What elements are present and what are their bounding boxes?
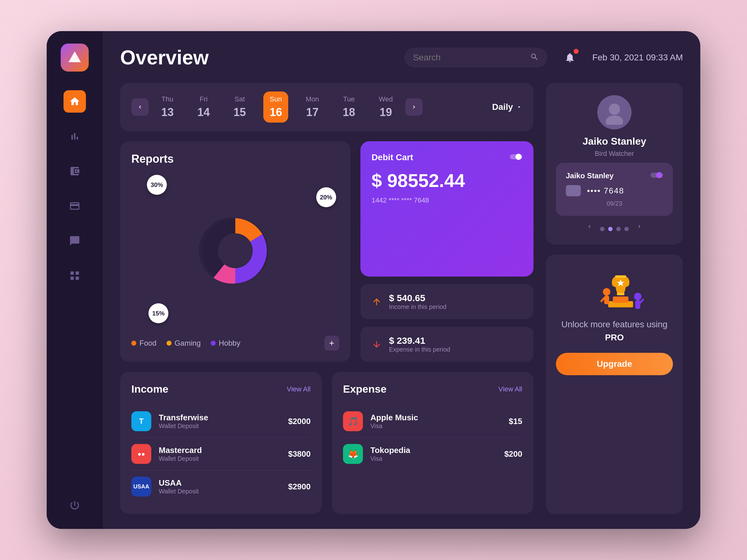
svg-point-5	[515, 154, 522, 160]
pct-label-15: 15%	[149, 303, 169, 323]
upgrade-text: Unlock more features using PRO	[556, 318, 673, 344]
page-title: Overview	[120, 46, 209, 69]
svg-rect-16	[604, 296, 609, 304]
profile-role: Bird Watcher	[595, 150, 634, 158]
cal-day-sun[interactable]: Sun 16	[263, 91, 288, 123]
upgrade-pro-label: PRO	[605, 332, 624, 342]
sidebar-item-chart[interactable]	[63, 125, 86, 148]
header-datetime: Feb 30, 2021 09:33 AM	[592, 53, 683, 62]
usaa-amount: $2900	[288, 482, 311, 491]
transferwise-amount: $2000	[288, 417, 311, 426]
header-right: Feb 30, 2021 09:33 AM	[404, 48, 683, 68]
cal-day-fri[interactable]: Fri 14	[191, 91, 216, 123]
legend-hobby: Hobby	[211, 339, 240, 348]
upgrade-button[interactable]: Upgrade	[556, 353, 673, 375]
calendar-strip: Thu 13 Fri 14 Sat 15	[120, 83, 534, 131]
debit-card-header: Debit Cart	[371, 153, 522, 162]
home-icon	[69, 96, 80, 107]
cal-day-name-sat: Sat	[235, 95, 245, 103]
income-item-usaa: USAA USAA Wallet Deposit $2900	[131, 471, 311, 503]
cal-day-mon[interactable]: Mon 17	[300, 91, 325, 123]
notification-badge	[574, 49, 578, 54]
apple-music-name: Apple Music	[370, 413, 501, 423]
income-amount: $ 540.65	[389, 293, 523, 303]
tokopedia-icon: 🦊	[343, 444, 363, 464]
search-box[interactable]	[404, 48, 547, 68]
calendar-prev-button[interactable]	[131, 98, 149, 116]
expense-stat-info: $ 239.41 Expense in this period	[389, 336, 523, 353]
income-label: Income in this period	[389, 303, 523, 311]
app-logo[interactable]	[61, 44, 89, 72]
svg-rect-12	[615, 275, 626, 278]
income-view-all[interactable]: View All	[287, 385, 311, 393]
apple-music-info: Apple Music Visa	[370, 413, 501, 430]
sidebar-item-home[interactable]	[63, 90, 86, 113]
calendar-days: Thu 13 Fri 14 Sat 15	[155, 91, 399, 123]
legend-food: Food	[131, 339, 157, 348]
header: Overview Feb 30, 2021 09:33 AM	[120, 46, 683, 69]
legend-dot-gaming	[166, 341, 172, 346]
svg-point-18	[634, 293, 642, 300]
expense-view-all[interactable]: View All	[498, 385, 522, 393]
expense-header: Expense View All	[343, 383, 522, 395]
body-layout: Thu 13 Fri 14 Sat 15	[120, 83, 683, 514]
cal-day-tue[interactable]: Tue 18	[336, 91, 361, 123]
notification-button[interactable]	[560, 48, 580, 68]
debit-toggle[interactable]	[510, 153, 522, 162]
svg-line-20	[640, 300, 643, 303]
cal-day-sat[interactable]: Sat 15	[227, 91, 252, 123]
tokopedia-info: Tokopedia Visa	[370, 446, 497, 462]
power-button[interactable]	[63, 494, 86, 516]
pct-label-30: 30%	[147, 175, 167, 195]
cal-day-name-fri: Fri	[200, 95, 208, 103]
profile-name: Jaiko Stanley	[583, 136, 646, 147]
legend-dot-food	[131, 341, 136, 346]
calendar-next-button[interactable]	[405, 98, 423, 116]
income-title: Income	[131, 383, 169, 395]
sidebar-item-chat[interactable]	[63, 230, 86, 252]
search-input[interactable]	[413, 53, 525, 62]
legend-label-food: Food	[139, 339, 157, 348]
expense-label: Expense in this period	[389, 346, 523, 353]
card-next-button[interactable]	[634, 221, 645, 232]
cal-day-name-thu: Thu	[161, 95, 173, 103]
cal-day-num-thu: 13	[161, 106, 174, 119]
transferwise-info: Transferwise Wallet Deposit	[159, 413, 281, 430]
legend-add-button[interactable]: +	[324, 336, 339, 351]
usaa-name: USAA	[159, 478, 281, 488]
cal-day-thu[interactable]: Thu 13	[155, 91, 180, 123]
daily-filter-dropdown[interactable]: Daily	[492, 102, 522, 112]
mastercard-icon: ●●	[131, 444, 151, 464]
sidebar-item-grid[interactable]	[63, 264, 86, 287]
cal-day-num-wed: 19	[380, 106, 392, 119]
reports-title: Reports	[131, 153, 339, 165]
profile-card: Jaiko Stanley Bird Watcher Jaiko Stanley	[546, 83, 683, 244]
cal-day-num-mon: 17	[306, 106, 319, 119]
apple-music-icon: 🎵	[343, 411, 363, 431]
left-panel: Thu 13 Fri 14 Sat 15	[120, 83, 534, 514]
trophy-svg	[590, 267, 652, 317]
usaa-icon: USAA	[131, 477, 151, 497]
cal-day-wed[interactable]: Wed 19	[372, 91, 399, 123]
reports-card: Reports	[120, 141, 351, 362]
income-item-mastercard: ●● Mastercard Wallet Deposit $3800	[131, 438, 311, 471]
svg-point-9	[656, 172, 662, 178]
card-dots	[600, 227, 629, 231]
sidebar-item-card[interactable]	[63, 195, 86, 217]
ccm-chip	[566, 185, 581, 196]
card-dot-2	[608, 227, 613, 231]
apple-music-sub: Visa	[370, 423, 501, 430]
ccm-toggle[interactable]	[650, 171, 663, 180]
card-prev-button[interactable]	[584, 221, 595, 232]
donut-chart	[192, 207, 279, 294]
ccm-holder-name: Jaiko Stanley	[566, 171, 614, 180]
cal-day-name-tue: Tue	[343, 95, 355, 103]
transactions-row: Income View All T Transferwise Wallet De…	[120, 372, 534, 514]
power-icon	[69, 500, 80, 511]
ccm-expiry: 09/23	[566, 200, 663, 207]
cal-day-name-wed: Wed	[379, 95, 393, 103]
debit-card-number: 1442 **** **** 7648	[371, 196, 522, 205]
chart-icon	[69, 131, 80, 142]
apple-music-amount: $15	[509, 417, 522, 426]
sidebar-item-wallet[interactable]	[63, 160, 86, 182]
